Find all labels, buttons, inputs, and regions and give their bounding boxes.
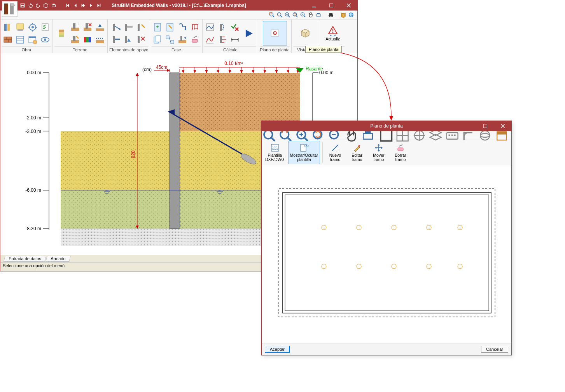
terrain-level-icon[interactable] (94, 34, 106, 46)
svg-rect-20 (312, 7, 316, 7)
dialog-footer: Aceptar Cancelar (262, 343, 511, 355)
svg-marker-129 (237, 39, 238, 40)
graph-icon[interactable] (204, 21, 216, 33)
support-icon[interactable] (123, 34, 135, 46)
svg-point-268 (392, 225, 396, 230)
anchor-add-icon[interactable] (110, 21, 122, 33)
wall-brick-icon[interactable] (2, 34, 14, 46)
settings-gear-icon[interactable] (27, 21, 38, 33)
svg-marker-107 (184, 29, 187, 30)
dialog-titlebar: Plano de planta (262, 121, 511, 131)
print-icon[interactable] (51, 3, 56, 8)
nav-next-icon[interactable] (88, 3, 94, 8)
dialog-plano-de-planta: Plano de planta DXFDWG (261, 121, 512, 355)
svg-marker-15 (82, 4, 83, 7)
eye-view-icon[interactable] (39, 34, 51, 46)
tab-entrada-datos[interactable]: Entrada de datos (3, 256, 46, 262)
dlg-close-button[interactable] (494, 121, 511, 131)
pan-icon[interactable] (308, 12, 314, 18)
undo-icon[interactable] (28, 3, 33, 8)
zoom-window-icon[interactable] (269, 12, 275, 18)
nav-first-icon[interactable] (65, 3, 70, 8)
envelope-icon[interactable] (217, 34, 228, 46)
terrain-colors-icon[interactable] (82, 34, 93, 46)
save-icon[interactable] (20, 3, 25, 8)
terrain-raise-icon[interactable] (94, 21, 106, 33)
deform-icon[interactable] (217, 21, 228, 33)
accept-button[interactable]: Aceptar (265, 346, 290, 353)
view-3d-button[interactable] (293, 21, 317, 46)
svg-rect-229 (365, 131, 371, 133)
load-spring-icon[interactable] (177, 21, 188, 33)
svg-marker-117 (196, 28, 198, 30)
dialog-canvas[interactable] (262, 165, 511, 343)
curve-icon[interactable] (204, 34, 216, 46)
svg-text:45cm: 45cm (156, 65, 167, 70)
svg-point-252 (306, 145, 307, 147)
svg-marker-9 (44, 4, 48, 8)
svg-rect-11 (52, 4, 54, 5)
terrain-delete-icon[interactable] (82, 21, 93, 33)
calculate-play-icon[interactable] (241, 26, 256, 41)
erase-load-icon[interactable] (189, 34, 201, 46)
strut-add-icon[interactable] (110, 34, 122, 46)
dlg-editar-tramo-btn[interactable]: Editar tramo (347, 141, 367, 164)
phase-new-icon[interactable]: + (152, 21, 163, 33)
zoom-extents-icon[interactable] (276, 12, 283, 18)
zoom-in-icon[interactable] (284, 12, 290, 18)
redo-icon[interactable] (35, 3, 41, 8)
box-icon[interactable] (43, 3, 49, 8)
rebar-icon[interactable] (14, 34, 26, 46)
terrain-edit-icon[interactable] (69, 34, 81, 46)
materials-icon[interactable] (14, 21, 26, 33)
checklist-icon[interactable] (39, 21, 51, 33)
svg-marker-14 (74, 4, 76, 7)
plan-drawing[interactable] (262, 165, 511, 336)
help-globe-icon[interactable] (348, 12, 354, 18)
dlg-borrar-tramo-btn[interactable]: Borrar tramo (390, 141, 411, 164)
dimension-icon[interactable] (229, 34, 241, 46)
update-button[interactable]: Actualiz (321, 21, 345, 46)
slab-icon[interactable] (123, 21, 135, 33)
nav-play-icon[interactable] (80, 3, 86, 8)
calendar-gear-icon[interactable] (27, 34, 38, 46)
phase-edit-icon[interactable] (164, 21, 176, 33)
dlg-nuevo-tramo-btn[interactable]: + Nuevo tramo (325, 141, 345, 164)
minimize-button[interactable] (305, 0, 322, 10)
soil-layers-icon[interactable] (54, 22, 68, 45)
dlg-maximize-button[interactable] (476, 121, 494, 131)
maximize-button[interactable] (322, 0, 340, 10)
svg-point-274 (427, 264, 431, 269)
load-vertical-icon[interactable] (189, 21, 201, 33)
tab-armado[interactable]: Armado (45, 256, 71, 262)
svg-text:0.10 t/m²: 0.10 t/m² (224, 61, 243, 66)
element-delete-icon[interactable] (135, 34, 147, 46)
dlg-plantilla-btn[interactable]: DXFDWG Plantilla DXF/DWG (263, 141, 287, 164)
help-book-icon[interactable]: ? (340, 12, 346, 18)
zoom-reset-icon[interactable] (292, 12, 298, 18)
svg-marker-205 (275, 70, 278, 73)
check-cross-icon[interactable] (229, 21, 241, 33)
phase-copy-icon[interactable] (152, 34, 163, 46)
dlg-editar-label: Editar tramo (352, 153, 362, 162)
binoculars-icon[interactable] (328, 12, 334, 18)
dlg-mostrar-ocultar-btn[interactable]: Mostrar/Ocultar plantilla (288, 141, 320, 164)
close-button[interactable] (340, 0, 357, 10)
svg-marker-7 (30, 4, 32, 5)
plan-view-button[interactable] (263, 21, 287, 46)
zoom-out-icon[interactable] (300, 12, 306, 18)
phase-sequence-icon[interactable] (164, 34, 176, 46)
svg-point-266 (322, 225, 326, 230)
terrain-add-icon[interactable]: + (69, 21, 81, 33)
svg-rect-1 (4, 4, 8, 14)
dlg-mover-tramo-btn[interactable]: Mover tramo (369, 141, 389, 164)
nav-prev-icon[interactable] (73, 3, 78, 8)
element-edit-icon[interactable] (135, 21, 147, 33)
wall-section-icon[interactable] (2, 21, 14, 33)
nav-last-icon[interactable] (96, 3, 101, 8)
print-view-icon[interactable] (315, 12, 322, 18)
dlg-mostrar-label: Mostrar/Ocultar plantilla (290, 153, 318, 162)
cancel-button[interactable]: Cancelar (481, 346, 508, 353)
phase-excavate-icon[interactable] (177, 34, 188, 46)
svg-line-25 (273, 16, 274, 17)
